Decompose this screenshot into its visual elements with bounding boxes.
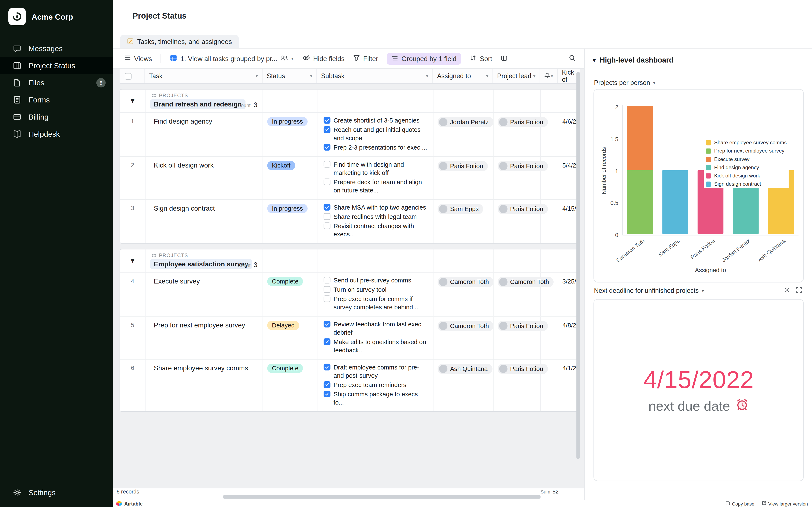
table-row[interactable]: 5Prep for next employee surveyDelayedRev…: [120, 317, 579, 359]
sidebar-item-forms[interactable]: Forms: [0, 91, 113, 108]
subtask-checkbox[interactable]: [324, 161, 331, 168]
status-cell[interactable]: Complete: [263, 273, 317, 316]
subtask-item[interactable]: Create shortlist of 3-5 agencies: [324, 116, 428, 125]
row-color-button[interactable]: [501, 55, 508, 62]
column-header-subtask[interactable]: Subtask▾: [317, 69, 433, 83]
subtask-item[interactable]: Reach out and get initial quotes and sco…: [324, 126, 428, 142]
assigned-cell[interactable]: Sam Epps: [434, 200, 494, 243]
subtask-checkbox[interactable]: [324, 286, 331, 293]
status-cell[interactable]: Delayed: [263, 317, 317, 359]
subtask-item[interactable]: Share redlines with legal team: [324, 213, 428, 221]
select-all-checkbox[interactable]: [125, 73, 132, 79]
table-row[interactable]: 6Share employee survey commsCompleteDraf…: [120, 359, 579, 411]
column-header-status[interactable]: Status▾: [263, 69, 317, 83]
task-cell[interactable]: Sign design contract: [146, 200, 263, 243]
view-selector[interactable]: 1. View all tasks grouped by pr... ▾: [170, 54, 293, 63]
column-header-notifications[interactable]: ▾: [540, 69, 558, 83]
subtask-checkbox[interactable]: [324, 295, 331, 302]
notify-cell[interactable]: [541, 200, 558, 243]
grid-horizontal-scrollbar[interactable]: [223, 495, 541, 499]
subtask-item[interactable]: Prep exec team reminders: [324, 381, 428, 389]
subtask-checkbox[interactable]: [324, 213, 331, 220]
subtask-checkbox[interactable]: [324, 391, 331, 397]
sort-button[interactable]: Sort: [470, 55, 492, 62]
column-header-project-lead[interactable]: Project lead▾: [493, 69, 540, 83]
sidebar-item-messages[interactable]: Messages: [0, 40, 113, 57]
subtask-checkbox[interactable]: [324, 381, 331, 388]
notify-cell[interactable]: [541, 359, 558, 411]
copy-base-link[interactable]: Copy base: [725, 501, 754, 507]
subtask-checkbox[interactable]: [324, 222, 331, 229]
subtask-checkbox[interactable]: [324, 126, 331, 133]
subtask-item[interactable]: Prep 2-3 presentations for exec ...: [324, 143, 428, 152]
task-cell[interactable]: Share employee survey comms: [146, 359, 263, 411]
table-row[interactable]: 2Kick off design workKickoffFind time wi…: [120, 157, 579, 200]
views-button[interactable]: Views: [124, 54, 152, 62]
subtask-cell[interactable]: Send out pre-survey commsTurn on survey …: [317, 273, 434, 316]
lead-cell[interactable]: Cameron Toth: [494, 273, 541, 316]
deadline-section-label[interactable]: Next deadline for unfinished projects ▾: [594, 287, 704, 294]
subtask-checkbox[interactable]: [324, 144, 331, 151]
subtask-checkbox[interactable]: [324, 321, 331, 327]
subtask-item[interactable]: Find time with design and marketing to k…: [324, 160, 428, 177]
task-cell[interactable]: Execute survey: [146, 273, 263, 316]
task-cell[interactable]: Kick off design work: [146, 157, 263, 199]
assigned-cell[interactable]: Cameron Toth: [434, 273, 494, 316]
table-row[interactable]: 3Sign design contractIn progressShare MS…: [120, 200, 579, 243]
assigned-cell[interactable]: Ash Quintana: [434, 359, 494, 411]
status-cell[interactable]: In progress: [263, 200, 317, 243]
group-collapse-caret[interactable]: ▼: [120, 90, 146, 112]
group-collapse-caret[interactable]: ▼: [120, 249, 146, 272]
sidebar-item-project-status[interactable]: Project Status: [0, 57, 113, 74]
expand-icon[interactable]: [796, 287, 802, 293]
subtask-checkbox[interactable]: [324, 117, 331, 124]
notify-cell[interactable]: [541, 113, 558, 156]
filter-button[interactable]: Filter: [353, 55, 378, 62]
lead-cell[interactable]: Paris Fotiou: [494, 113, 541, 156]
subtask-item[interactable]: Turn on survey tool: [324, 286, 428, 294]
search-button[interactable]: [569, 54, 576, 63]
assigned-cell[interactable]: Paris Fotiou: [434, 157, 494, 199]
subtask-checkbox[interactable]: [324, 338, 331, 345]
sidebar-item-files[interactable]: Files8: [0, 74, 113, 91]
subtask-checkbox[interactable]: [324, 204, 331, 211]
subtask-cell[interactable]: Draft employee comms for pre- and post-s…: [317, 359, 434, 411]
task-cell[interactable]: Find design agency: [146, 113, 263, 156]
sidebar-item-helpdesk[interactable]: Helpdesk: [0, 125, 113, 143]
subtask-cell[interactable]: Share MSA with top two agenciesShare red…: [317, 200, 434, 243]
sidebar-item-billing[interactable]: Billing: [0, 108, 113, 125]
subtask-checkbox[interactable]: [324, 364, 331, 371]
subtask-checkbox[interactable]: [324, 178, 331, 185]
status-cell[interactable]: Kickoff: [263, 157, 317, 199]
subtask-item[interactable]: Prepare deck for team and align on futur…: [324, 178, 428, 194]
chart-section-label[interactable]: Projects per person ▾: [594, 79, 655, 87]
subtask-item[interactable]: Prep exec team for comms if survey compl…: [324, 295, 428, 312]
group-title[interactable]: Brand refresh and redesign: [150, 99, 245, 109]
tab-tasks-timelines-assignees[interactable]: Tasks, timelines, and assignees: [120, 35, 239, 49]
subtask-cell[interactable]: Review feedback from last exec debriefMa…: [317, 317, 434, 359]
gear-icon[interactable]: [783, 287, 790, 293]
assigned-cell[interactable]: Jordan Peretz: [434, 113, 494, 156]
notify-cell[interactable]: [541, 273, 558, 316]
airtable-wordmark[interactable]: Airtable: [124, 501, 143, 507]
lead-cell[interactable]: Paris Fotiou: [494, 157, 541, 199]
subtask-item[interactable]: Send out pre-survey comms: [324, 276, 428, 285]
bar-cameron-toth[interactable]: [627, 106, 653, 170]
table-row[interactable]: 1Find design agencyIn progressCreate sho…: [120, 113, 579, 157]
subtask-item[interactable]: Ship comms package to execs fo...: [324, 390, 428, 407]
bar-sam-epps[interactable]: [662, 170, 688, 234]
lead-cell[interactable]: Paris Fotiou: [494, 200, 541, 243]
notify-cell[interactable]: [541, 157, 558, 199]
subtask-cell[interactable]: Create shortlist of 3-5 agenciesReach ou…: [317, 113, 434, 156]
view-larger-link[interactable]: View larger version: [762, 501, 808, 507]
status-cell[interactable]: Complete: [263, 359, 317, 411]
group-title[interactable]: Employee satisfaction survey: [150, 259, 252, 269]
grid-vertical-scrollbar[interactable]: [576, 72, 580, 459]
lead-cell[interactable]: Paris Fotiou: [494, 317, 541, 359]
bar-cameron-toth[interactable]: [627, 170, 653, 234]
column-header-assigned-to[interactable]: Assigned to▾: [433, 69, 493, 83]
task-cell[interactable]: Prep for next employee survey: [146, 317, 263, 359]
select-all-cell[interactable]: [120, 69, 145, 83]
group-button[interactable]: Grouped by 1 field: [387, 53, 461, 64]
column-header-task[interactable]: Task▾: [145, 69, 263, 83]
